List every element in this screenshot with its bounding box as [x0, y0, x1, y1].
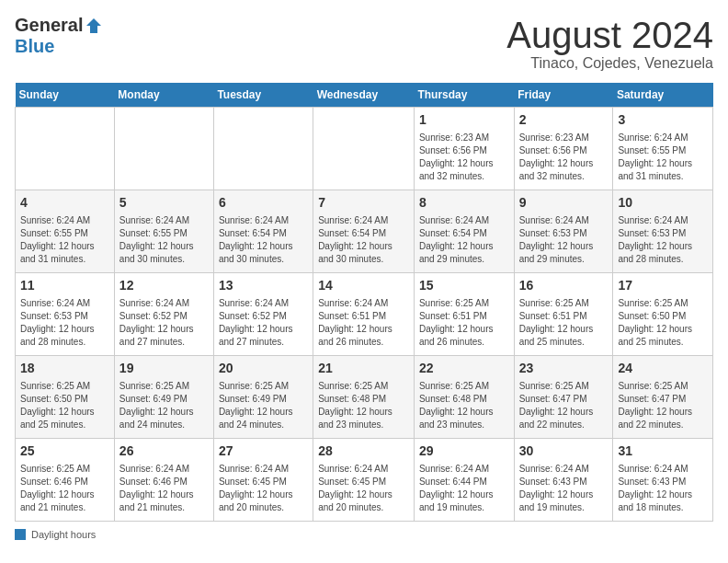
day-detail: Sunrise: 6:24 AM Sunset: 6:45 PM Dayligh… [318, 463, 409, 514]
day-detail: Sunrise: 6:24 AM Sunset: 6:53 PM Dayligh… [618, 214, 708, 266]
day-number: 14 [318, 277, 409, 295]
logo-general-text: General [15, 15, 83, 36]
day-detail: Sunrise: 6:25 AM Sunset: 6:49 PM Dayligh… [119, 380, 209, 431]
day-detail: Sunrise: 6:24 AM Sunset: 6:53 PM Dayligh… [519, 214, 609, 266]
calendar-cell: 26Sunrise: 6:24 AM Sunset: 6:46 PM Dayli… [114, 439, 213, 522]
page-header: General Blue August 2024 Tinaco, Cojedes… [15, 15, 713, 72]
day-detail: Sunrise: 6:24 AM Sunset: 6:51 PM Dayligh… [318, 297, 409, 349]
calendar-cell: 6Sunrise: 6:24 AM Sunset: 6:54 PM Daylig… [213, 190, 313, 273]
day-number: 27 [219, 442, 308, 461]
calendar-cell: 21Sunrise: 6:25 AM Sunset: 6:48 PM Dayli… [313, 356, 415, 439]
calendar-cell: 24Sunrise: 6:25 AM Sunset: 6:47 PM Dayli… [613, 356, 713, 439]
day-detail: Sunrise: 6:25 AM Sunset: 6:48 PM Dayligh… [318, 380, 409, 431]
calendar-cell: 14Sunrise: 6:24 AM Sunset: 6:51 PM Dayli… [313, 273, 415, 356]
calendar-cell: 20Sunrise: 6:25 AM Sunset: 6:49 PM Dayli… [213, 356, 313, 439]
day-detail: Sunrise: 6:25 AM Sunset: 6:50 PM Dayligh… [618, 297, 708, 349]
day-number: 25 [20, 442, 109, 461]
logo-blue-text: Blue [15, 36, 54, 57]
day-number: 28 [318, 442, 409, 461]
day-number: 16 [519, 277, 609, 295]
calendar-week-row: 11Sunrise: 6:24 AM Sunset: 6:53 PM Dayli… [16, 273, 713, 356]
day-number: 21 [318, 360, 409, 378]
calendar-cell [213, 108, 313, 190]
calendar-header-tuesday: Tuesday [213, 83, 313, 108]
calendar-cell: 16Sunrise: 6:25 AM Sunset: 6:51 PM Dayli… [514, 273, 613, 356]
day-number: 6 [219, 194, 308, 213]
day-number: 26 [119, 442, 209, 461]
day-detail: Sunrise: 6:24 AM Sunset: 6:52 PM Dayligh… [219, 297, 308, 349]
day-number: 22 [419, 360, 509, 378]
calendar-table: SundayMondayTuesdayWednesdayThursdayFrid… [15, 83, 713, 522]
main-title: August 2024 [506, 15, 713, 55]
day-detail: Sunrise: 6:24 AM Sunset: 6:46 PM Dayligh… [119, 463, 209, 514]
day-detail: Sunrise: 6:25 AM Sunset: 6:47 PM Dayligh… [618, 380, 708, 431]
logo-icon [85, 17, 103, 35]
calendar-cell: 9Sunrise: 6:24 AM Sunset: 6:53 PM Daylig… [514, 190, 613, 273]
day-number: 29 [419, 442, 509, 461]
calendar-header-monday: Monday [114, 83, 213, 108]
day-number: 17 [618, 277, 708, 295]
calendar-week-row: 4Sunrise: 6:24 AM Sunset: 6:55 PM Daylig… [16, 190, 713, 273]
logo: General Blue [15, 15, 103, 57]
day-number: 11 [20, 277, 109, 295]
calendar-cell: 10Sunrise: 6:24 AM Sunset: 6:53 PM Dayli… [613, 190, 713, 273]
calendar-cell: 12Sunrise: 6:24 AM Sunset: 6:52 PM Dayli… [114, 273, 213, 356]
calendar-cell: 18Sunrise: 6:25 AM Sunset: 6:50 PM Dayli… [16, 356, 115, 439]
day-number: 30 [519, 442, 609, 461]
calendar-header-row: SundayMondayTuesdayWednesdayThursdayFrid… [16, 83, 713, 108]
calendar-header-saturday: Saturday [613, 83, 713, 108]
calendar-week-row: 18Sunrise: 6:25 AM Sunset: 6:50 PM Dayli… [16, 356, 713, 439]
daylight-box [15, 529, 26, 540]
day-number: 31 [618, 442, 708, 461]
day-number: 19 [119, 360, 209, 378]
calendar-header-wednesday: Wednesday [313, 83, 415, 108]
calendar-header-friday: Friday [514, 83, 613, 108]
calendar-week-row: 25Sunrise: 6:25 AM Sunset: 6:46 PM Dayli… [16, 439, 713, 522]
title-block: August 2024 Tinaco, Cojedes, Venezuela [506, 15, 713, 72]
day-detail: Sunrise: 6:24 AM Sunset: 6:55 PM Dayligh… [20, 214, 109, 266]
day-number: 7 [318, 194, 409, 213]
day-number: 8 [419, 194, 509, 213]
day-number: 24 [618, 360, 708, 378]
calendar-week-row: 1Sunrise: 6:23 AM Sunset: 6:56 PM Daylig… [16, 108, 713, 190]
day-detail: Sunrise: 6:24 AM Sunset: 6:54 PM Dayligh… [219, 214, 308, 266]
day-detail: Sunrise: 6:23 AM Sunset: 6:56 PM Dayligh… [419, 132, 509, 183]
calendar-cell: 4Sunrise: 6:24 AM Sunset: 6:55 PM Daylig… [16, 190, 115, 273]
calendar-cell: 1Sunrise: 6:23 AM Sunset: 6:56 PM Daylig… [414, 108, 514, 190]
day-detail: Sunrise: 6:25 AM Sunset: 6:46 PM Dayligh… [20, 463, 109, 514]
day-detail: Sunrise: 6:24 AM Sunset: 6:43 PM Dayligh… [618, 463, 708, 514]
calendar-cell: 30Sunrise: 6:24 AM Sunset: 6:43 PM Dayli… [514, 439, 613, 522]
calendar-cell: 27Sunrise: 6:24 AM Sunset: 6:45 PM Dayli… [213, 439, 313, 522]
calendar-cell: 8Sunrise: 6:24 AM Sunset: 6:54 PM Daylig… [414, 190, 514, 273]
day-detail: Sunrise: 6:24 AM Sunset: 6:43 PM Dayligh… [519, 463, 609, 514]
day-number: 10 [618, 194, 708, 213]
day-number: 18 [20, 360, 109, 378]
calendar-cell: 15Sunrise: 6:25 AM Sunset: 6:51 PM Dayli… [414, 273, 514, 356]
day-detail: Sunrise: 6:25 AM Sunset: 6:49 PM Dayligh… [219, 380, 308, 431]
calendar-cell: 19Sunrise: 6:25 AM Sunset: 6:49 PM Dayli… [114, 356, 213, 439]
day-detail: Sunrise: 6:24 AM Sunset: 6:55 PM Dayligh… [618, 132, 708, 183]
calendar-cell [16, 108, 115, 190]
calendar-cell: 11Sunrise: 6:24 AM Sunset: 6:53 PM Dayli… [16, 273, 115, 356]
svg-marker-0 [86, 18, 101, 33]
calendar-cell: 31Sunrise: 6:24 AM Sunset: 6:43 PM Dayli… [613, 439, 713, 522]
day-detail: Sunrise: 6:24 AM Sunset: 6:45 PM Dayligh… [219, 463, 308, 514]
calendar-cell: 2Sunrise: 6:23 AM Sunset: 6:56 PM Daylig… [514, 108, 613, 190]
calendar-cell: 25Sunrise: 6:25 AM Sunset: 6:46 PM Dayli… [16, 439, 115, 522]
day-number: 15 [419, 277, 509, 295]
calendar-cell: 3Sunrise: 6:24 AM Sunset: 6:55 PM Daylig… [613, 108, 713, 190]
calendar-cell: 17Sunrise: 6:25 AM Sunset: 6:50 PM Dayli… [613, 273, 713, 356]
day-number: 23 [519, 360, 609, 378]
footer-text: Daylight hours [31, 529, 96, 540]
calendar-cell [114, 108, 213, 190]
day-detail: Sunrise: 6:24 AM Sunset: 6:54 PM Dayligh… [318, 214, 409, 266]
day-detail: Sunrise: 6:24 AM Sunset: 6:55 PM Dayligh… [119, 214, 209, 266]
day-detail: Sunrise: 6:25 AM Sunset: 6:50 PM Dayligh… [20, 380, 109, 431]
day-number: 2 [519, 111, 609, 130]
calendar-cell: 29Sunrise: 6:24 AM Sunset: 6:44 PM Dayli… [414, 439, 514, 522]
day-detail: Sunrise: 6:23 AM Sunset: 6:56 PM Dayligh… [519, 132, 609, 183]
day-number: 3 [618, 111, 708, 130]
day-detail: Sunrise: 6:25 AM Sunset: 6:47 PM Dayligh… [519, 380, 609, 431]
subtitle: Tinaco, Cojedes, Venezuela [506, 55, 713, 72]
calendar-cell: 5Sunrise: 6:24 AM Sunset: 6:55 PM Daylig… [114, 190, 213, 273]
